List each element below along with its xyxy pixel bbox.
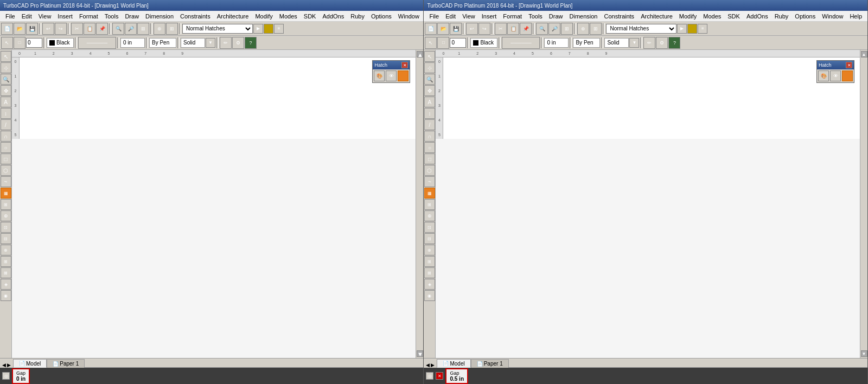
menu-ruby[interactable]: Ruby xyxy=(347,12,368,20)
tool-zoom[interactable]: 🔍 xyxy=(1,74,11,85)
tool-line[interactable]: / xyxy=(1,119,11,130)
r-menu-window[interactable]: Window xyxy=(819,12,846,20)
tb-open[interactable]: 📂 xyxy=(14,23,25,35)
r-tool-node[interactable]: ⊹ xyxy=(424,62,435,73)
left-tab-model[interactable]: 📄 Model xyxy=(13,359,47,368)
r-tool-snap2[interactable]: ⊟ xyxy=(424,233,435,244)
tb-hatch-opt1[interactable]: ▶ xyxy=(253,24,263,34)
menu-modes[interactable]: Modes xyxy=(276,12,301,20)
menu-options[interactable]: Options xyxy=(368,12,395,20)
left-tab-paper1[interactable]: 📄 Paper 1 xyxy=(47,359,85,368)
tb-zoom-out[interactable]: 🔎 xyxy=(125,23,137,35)
r-tb-zoom-in[interactable]: 🔍 xyxy=(536,23,548,35)
tb-new[interactable]: 📄 xyxy=(1,23,13,35)
tb2-select[interactable]: ↖ xyxy=(1,37,13,49)
tb-zoom-in[interactable]: 🔍 xyxy=(112,23,124,35)
r-tb-snap[interactable]: ⊕ xyxy=(577,23,589,35)
tool-circle[interactable]: ○ xyxy=(1,142,11,153)
tool-rect[interactable]: □ xyxy=(1,153,11,164)
r-menu-format[interactable]: Format xyxy=(500,12,525,20)
r-tb-hatch-opt3[interactable]: ≡ xyxy=(698,24,707,34)
menu-insert[interactable]: Insert xyxy=(54,12,76,20)
r-tb-new[interactable]: 📄 xyxy=(425,23,437,35)
r-hatch-style-select[interactable]: Normal Hatches xyxy=(606,24,676,34)
r-tb2-settings[interactable]: ⚙ xyxy=(656,37,668,49)
tool-measure[interactable]: ⊕ xyxy=(1,210,11,221)
r-menu-modes[interactable]: Modes xyxy=(700,12,724,20)
r-tb2-props[interactable]: ✏ xyxy=(643,37,655,49)
tool-dim[interactable]: ↕ xyxy=(1,108,11,119)
r-menu-draw[interactable]: Draw xyxy=(546,12,566,20)
tb-cut[interactable]: ✂ xyxy=(71,23,83,35)
tb-undo[interactable]: ↩ xyxy=(42,23,54,35)
menu-edit[interactable]: Edit xyxy=(18,12,35,20)
tool-3d2[interactable]: ◉ xyxy=(1,290,11,301)
r-tool-spline[interactable]: ~ xyxy=(424,176,435,187)
r-tool-poly[interactable]: ⬡ xyxy=(424,165,435,176)
right-scrollbar-right[interactable]: ▲ ▼ xyxy=(860,50,867,358)
menu-architecture[interactable]: Architecture xyxy=(214,12,252,20)
r-tb-undo[interactable]: ↩ xyxy=(466,23,478,35)
tool-snap1[interactable]: ⊡ xyxy=(1,222,11,233)
left-scrollbar-right[interactable]: ▲ ▼ xyxy=(416,50,423,358)
tb2-line[interactable]: ────── xyxy=(78,37,116,49)
r-menu-sdk[interactable]: SDK xyxy=(724,12,743,20)
tb-copy[interactable]: 📋 xyxy=(84,23,95,35)
r-tool-hatch[interactable]: ▦ xyxy=(424,188,435,199)
menu-modify[interactable]: Modify xyxy=(252,12,276,20)
tb-grid[interactable]: ⊞ xyxy=(166,23,178,35)
tool-node[interactable]: ⊹ xyxy=(1,62,11,73)
tool-3d1[interactable]: ◈ xyxy=(1,279,11,290)
hatch-style-select[interactable]: Normal Hatches xyxy=(182,24,253,34)
r-layer-input[interactable] xyxy=(450,38,466,48)
r-tool-dim[interactable]: ↕ xyxy=(424,108,435,119)
r-menu-ruby[interactable]: Ruby xyxy=(771,12,792,20)
tool-arc[interactable]: ∩ xyxy=(1,131,11,142)
tb2-fillcolor[interactable]: ▼ xyxy=(206,38,215,48)
tb2-settings[interactable]: ⚙ xyxy=(232,37,244,49)
r-menu-tools[interactable]: Tools xyxy=(525,12,546,20)
menu-format[interactable]: Format xyxy=(76,12,101,20)
scroll-down-btn[interactable]: ▼ xyxy=(417,350,423,357)
scroll-up-btn[interactable]: ▲ xyxy=(417,51,423,57)
r-tb-copy[interactable]: 📋 xyxy=(507,23,519,35)
r-tb-cut[interactable]: ✂ xyxy=(495,23,507,35)
tb-save[interactable]: 💾 xyxy=(26,23,38,35)
r-tb-open[interactable]: 📂 xyxy=(437,23,449,35)
r-tool-3d1[interactable]: ◈ xyxy=(424,279,435,290)
r-menu-options[interactable]: Options xyxy=(792,12,819,20)
r-tool-view2[interactable]: ⊞ xyxy=(424,256,435,267)
r-tool-line[interactable]: / xyxy=(424,119,435,130)
tb-hatch-opt3[interactable]: ≡ xyxy=(274,24,284,34)
tool-view3[interactable]: ⊠ xyxy=(1,267,11,278)
tool-pan[interactable]: ✥ xyxy=(1,85,11,96)
r-tb2-help[interactable]: ? xyxy=(668,37,680,49)
layer-input[interactable] xyxy=(26,38,42,48)
r-tool-text[interactable]: A xyxy=(424,97,435,107)
r-tb-grid[interactable]: ⊞ xyxy=(590,23,602,35)
r-tab-left-arrow[interactable]: ◀ xyxy=(426,362,430,368)
r-tool-arc[interactable]: ∩ xyxy=(424,131,435,142)
menu-view[interactable]: View xyxy=(35,12,55,20)
r-tool-select[interactable]: ↖ xyxy=(424,51,435,62)
r-tool-view1[interactable]: ⊕ xyxy=(424,245,435,255)
tool-spline[interactable]: ~ xyxy=(1,176,11,187)
tool-block[interactable]: ⊞ xyxy=(1,199,11,210)
r-menu-constraints[interactable]: Constraints xyxy=(601,12,637,20)
r-tb-hatch-opt1[interactable]: ▶ xyxy=(677,24,687,34)
tb-snap[interactable]: ⊕ xyxy=(154,23,165,35)
tb2-help[interactable]: ? xyxy=(245,37,257,49)
tb-redo[interactable]: ↪ xyxy=(55,23,67,35)
r-tool-view3[interactable]: ⊠ xyxy=(424,267,435,278)
tb2-b1[interactable]: □ xyxy=(14,37,25,49)
menu-addons[interactable]: AddOns xyxy=(319,12,347,20)
menu-draw[interactable]: Draw xyxy=(122,12,142,20)
tool-hatch[interactable]: ▦ xyxy=(1,188,11,199)
r-tb-zoom-out[interactable]: 🔎 xyxy=(548,23,560,35)
r-tb2-fillcolor[interactable]: ▼ xyxy=(629,38,639,48)
tool-view2[interactable]: ⊞ xyxy=(1,256,11,267)
menu-window[interactable]: Window xyxy=(395,12,423,20)
menu-constraints[interactable]: Constraints xyxy=(177,12,214,20)
tab-right-arrow[interactable]: ▶ xyxy=(7,362,11,368)
tool-snap2[interactable]: ⊟ xyxy=(1,233,11,244)
